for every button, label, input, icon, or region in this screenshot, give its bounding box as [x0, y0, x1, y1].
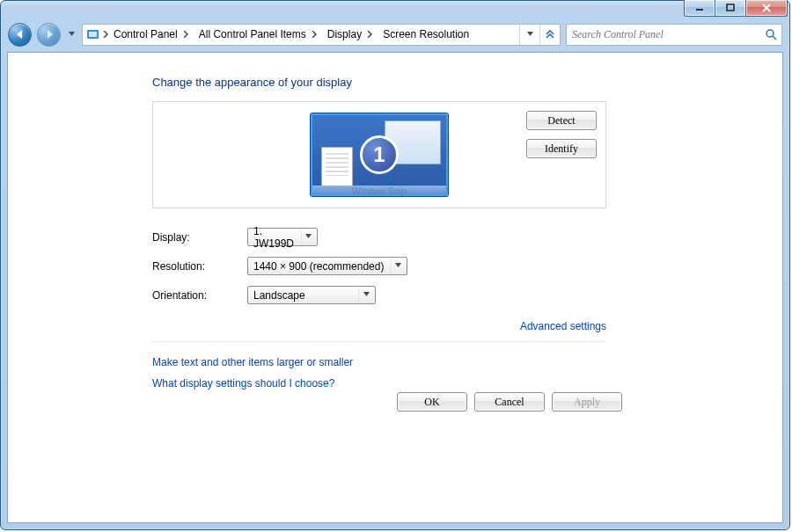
- chevron-right-icon: [306, 31, 320, 38]
- resolution-row: Resolution: 1440 × 900 (recommended): [152, 257, 606, 275]
- orientation-label: Orientation:: [152, 289, 247, 302]
- nav-row: Control Panel All Control Panel Items Di…: [1, 18, 789, 48]
- detect-button[interactable]: Detect: [526, 111, 597, 130]
- breadcrumb-item[interactable]: Screen Resolution: [378, 25, 471, 45]
- resolution-value: 1440 × 900 (recommended): [253, 260, 384, 273]
- svg-rect-1: [727, 4, 734, 11]
- text-size-link[interactable]: Make text and other items larger or smal…: [152, 356, 353, 368]
- orientation-dropdown[interactable]: Landscape: [247, 286, 376, 304]
- search-box[interactable]: [566, 24, 782, 46]
- display-dropdown[interactable]: 1. JW199D: [247, 228, 318, 246]
- breadcrumb-label: Screen Resolution: [383, 28, 469, 40]
- search-input[interactable]: [570, 27, 764, 42]
- settings-form: Display: 1. JW199D Resolution: 1440 × 90…: [152, 228, 606, 390]
- nav-history-dropdown[interactable]: [66, 26, 77, 43]
- watermark-text: Window Snip: [312, 186, 446, 196]
- caption-buttons: [685, 0, 788, 17]
- chevron-right-icon: [362, 31, 376, 38]
- breadcrumb-label: Control Panel: [114, 28, 178, 40]
- chevron-down-icon: [358, 287, 373, 303]
- minimize-icon: [694, 4, 705, 12]
- chevron-down-icon: [527, 32, 533, 38]
- ok-button[interactable]: OK: [397, 392, 467, 412]
- monitor-number-badge: 1: [360, 135, 399, 174]
- preview-actions: Detect Identify: [526, 111, 597, 158]
- svg-marker-12: [305, 234, 312, 238]
- document-thumb-icon: [321, 147, 353, 187]
- help-links: Make text and other items larger or smal…: [152, 341, 606, 390]
- orientation-row: Orientation: Landscape: [152, 286, 606, 304]
- back-button[interactable]: [8, 23, 32, 47]
- breadcrumb-item[interactable]: Control Panel: [108, 25, 194, 45]
- close-button[interactable]: [745, 0, 788, 17]
- advanced-settings-link[interactable]: Advanced settings: [520, 320, 606, 332]
- svg-rect-8: [89, 32, 97, 37]
- breadcrumb-item[interactable]: All Control Panel Items: [194, 25, 322, 45]
- svg-line-11: [773, 36, 776, 40]
- breadcrumb-item[interactable]: Display: [322, 25, 378, 45]
- svg-marker-13: [395, 263, 401, 267]
- identify-button[interactable]: Identify: [526, 139, 597, 158]
- chevron-down-icon: [69, 32, 75, 38]
- display-value: 1. JW199D: [253, 225, 301, 250]
- cancel-button[interactable]: Cancel: [474, 392, 545, 412]
- breadcrumb-label: Display: [327, 28, 362, 40]
- address-history-dropdown[interactable]: [519, 25, 539, 45]
- svg-marker-4: [17, 30, 22, 39]
- svg-marker-5: [48, 30, 53, 39]
- breadcrumb-label: All Control Panel Items: [199, 28, 306, 40]
- chevron-down-icon: [390, 258, 405, 274]
- maximize-button[interactable]: [715, 0, 746, 17]
- resolution-label: Resolution:: [152, 260, 247, 273]
- window-frame: Control Panel All Control Panel Items Di…: [0, 0, 790, 530]
- dialog-buttons: OK Cancel Apply: [397, 392, 622, 412]
- address-bar[interactable]: Control Panel All Control Panel Items Di…: [82, 24, 561, 46]
- client-area: Change the appearance of your display De…: [7, 52, 783, 523]
- chevron-right-icon: [178, 31, 192, 38]
- orientation-value: Landscape: [253, 289, 305, 302]
- monitor-thumbnail[interactable]: 1 Window Snip: [311, 113, 448, 196]
- refresh-button[interactable]: [539, 25, 560, 45]
- address-bar-tools: [519, 25, 560, 45]
- svg-marker-14: [363, 292, 370, 296]
- titlebar: [1, 1, 789, 18]
- forward-button[interactable]: [37, 23, 61, 47]
- display-label: Display:: [152, 231, 247, 244]
- resolution-dropdown[interactable]: 1440 × 900 (recommended): [247, 257, 407, 275]
- svg-point-10: [766, 30, 774, 37]
- page-content: Change the appearance of your display De…: [8, 53, 782, 412]
- maximize-icon: [725, 4, 736, 12]
- help-choose-link[interactable]: What display settings should I choose?: [152, 377, 334, 390]
- search-icon: [764, 28, 778, 40]
- svg-rect-0: [696, 9, 703, 11]
- display-preview-box: Detect Identify 1 Window Snip: [152, 101, 606, 208]
- apply-button: Apply: [552, 392, 622, 412]
- chevron-down-icon: [301, 229, 315, 245]
- back-arrow-icon: [15, 29, 26, 40]
- svg-marker-9: [527, 32, 533, 36]
- refresh-icon: [544, 28, 556, 40]
- minimize-button[interactable]: [684, 0, 715, 17]
- display-row: Display: 1. JW199D: [152, 228, 606, 246]
- control-panel-icon: [85, 27, 101, 41]
- close-icon: [761, 4, 772, 12]
- page-title: Change the appearance of your display: [152, 76, 606, 89]
- svg-marker-6: [69, 32, 75, 36]
- forward-arrow-icon: [44, 29, 55, 40]
- advanced-row: Advanced settings: [152, 320, 606, 332]
